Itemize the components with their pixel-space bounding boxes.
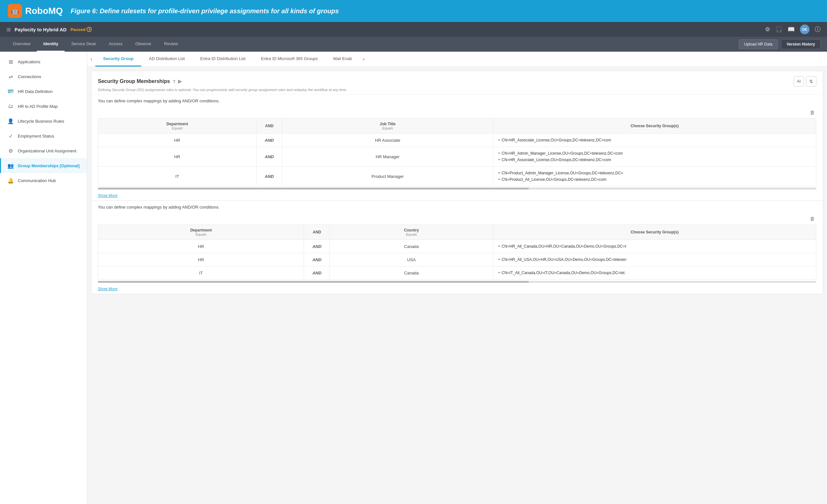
table-row: HR AND Canada • CN=HR_All_Canada,OU=HR,O… [98,240,816,253]
tab-entra-id-distribution-list[interactable]: Entra ID Distribution List [193,52,253,66]
show-more-2-button[interactable]: Show More [98,287,117,291]
tab-review[interactable]: Review [158,37,185,52]
table-row: HR AND USA • CN=HR_All_USA,OU=HR,OU=USA,… [98,253,816,266]
cell-dept: IT [98,166,256,186]
show-more-1-button[interactable]: Show More [98,193,117,198]
upload-hr-data-button[interactable]: Upload HR Data [739,39,778,49]
book-icon[interactable]: 📖 [788,26,795,33]
group-entry: • CN=Product_Admin_Manager_License,OU=Gr… [498,170,811,176]
sidebar-item-employment-status[interactable]: ✓ Employment Status [0,129,87,143]
col-security-group-header: Choose Security Group(s) [493,118,816,134]
ruleset2-desc: You can define complex mappings by addin… [91,201,823,213]
panel-title: Security Group Memberships ? ▶ [98,79,182,84]
user-avatar[interactable]: DE [800,24,810,34]
cell-and: AND [304,253,330,266]
table-row: IT AND Canada • CN=IT_All_Canada,OU=IT,O… [98,266,816,280]
tab-next-button[interactable]: › [359,52,368,66]
header-right: ⚙ 🎧 📖 DE ⓘ [765,24,821,34]
cell-country: USA [330,253,493,266]
tab-overview[interactable]: Overview [6,37,37,52]
hr-data-icon: 🪪 [7,88,14,95]
version-history-button[interactable]: Version History [781,39,821,49]
sidebar-item-label: Connections [18,74,41,79]
tab-observe[interactable]: Observe [129,37,158,52]
cell-jobtitle: HR Manager [282,147,493,166]
group-entry: • CN=HR_All_Canada,OU=HR,OU=Canada,OU=De… [498,243,811,250]
tab-identity[interactable]: Identity [37,37,64,52]
bullet: • [498,151,500,156]
logo-text: RoboMQ [25,6,63,16]
cell-and: AND [256,134,282,147]
content-tab-strip: ‹ Security Group AD Distribution List En… [87,52,827,67]
header-bar: ⊞ Paylocity to Hybrid AD Paused ⏸ ⚙ 🎧 📖 … [0,22,827,37]
ruleset1-table-wrapper: Department Equals AND Job Title Equals C… [91,118,823,186]
header-app-icon: ⊞ [6,27,11,33]
scrollbar-thumb [98,281,529,283]
play-icon[interactable]: ▶ [178,79,182,84]
sort-action-button[interactable]: ⇅ [806,76,816,87]
cell-and: AND [304,240,330,253]
settings-icon[interactable]: ⚙ [765,26,770,33]
communication-hub-icon: 🔔 [7,177,14,184]
cell-country: Canada [330,266,493,280]
panel-actions: AI ⇅ [794,76,816,87]
employment-icon: ✓ [7,133,14,139]
sidebar-item-connections[interactable]: ⇌ Connections [0,69,87,84]
connections-icon: ⇌ [7,73,14,80]
ruleset1-delete-button[interactable]: 🗑 [809,108,816,117]
cell-dept: HR [98,147,256,166]
sidebar-item-group-memberships[interactable]: 👥 Group Memberships [Optional] [0,158,87,173]
sidebar-item-applications[interactable]: ⊞ Applications [0,54,87,69]
tab-security-group[interactable]: Security Group [95,52,141,66]
group-name: CN=IT_All_Canada,OU=IT,OU=Canada,OU=Demo… [502,270,626,275]
tab-access[interactable]: Access [102,37,129,52]
headset-icon[interactable]: 🎧 [775,26,782,33]
tab-prev-button[interactable]: ‹ [87,52,95,66]
group-entry: • CN=Product_All_License,OU=Groups,DC=te… [498,176,811,183]
bullet: • [498,244,500,249]
tab-ad-distribution-list[interactable]: AD Distribution List [141,52,193,66]
info-icon[interactable]: ⓘ [815,26,821,33]
cell-groups: • CN=HR_All_Canada,OU=HR,OU=Canada,OU=De… [493,240,816,253]
tab-mail-enabled[interactable]: Mail Enab [326,52,360,66]
hr-ad-icon: 🗂 [7,103,14,109]
col2-and-header: AND [304,225,330,240]
logo-icon: 🤖 [8,4,22,18]
security-group-panel: Security Group Memberships ? ▶ AI ⇅ Defi… [91,71,823,294]
horizontal-scrollbar-2[interactable] [98,281,816,283]
tab-entra-id-m365-groups[interactable]: Entra ID Microsoft 365 Groups [253,52,326,66]
paused-badge: Paused ⏸ [70,27,92,32]
help-icon[interactable]: ? [173,79,176,84]
group-memberships-icon: 👥 [7,162,14,169]
ruleset2-table: Department Equals AND Country Equals Cho… [98,224,816,280]
sidebar-item-org-unit-assignment[interactable]: ⚙ Organizational Unit Assignment [0,143,87,158]
header-left: ⊞ Paylocity to Hybrid AD Paused ⏸ [6,27,92,33]
ai-icon: AI [797,79,800,84]
logo: 🤖 RoboMQ [8,4,63,18]
bullet: • [498,270,500,275]
tab-service-desk[interactable]: Service Desk [64,37,102,52]
panel-title-row: Security Group Memberships ? ▶ AI ⇅ [98,76,816,87]
group-entry: • CN=HR_Associate_License,OU=Groups,DC=t… [498,157,811,163]
ruleset-block-1: You can define complex mappings by addin… [91,95,823,201]
group-entry: • CN=HR_Associate_License,OU=Groups,DC=t… [498,137,811,143]
sidebar-item-lifecycle-business-rules[interactable]: 👤 Lifecycle Business Rules [0,114,87,129]
cell-groups: • CN=HR_Associate_License,OU=Groups,DC=t… [493,134,816,147]
applications-icon: ⊞ [7,58,14,65]
sidebar-item-label: Organizational Unit Assignment [18,149,76,153]
cell-groups: • CN=HR_All_USA,OU=HR,OU=USA,OU=Demo,OU=… [493,253,816,266]
group-name: CN=HR_All_USA,OU=HR,OU=USA,OU=Demo,OU=Gr… [502,257,626,262]
ruleset1-table: Department Equals AND Job Title Equals C… [98,118,816,186]
ai-action-button[interactable]: AI [794,76,804,87]
banner-title: Figure 6: Define rulesets for profile-dr… [71,7,339,15]
table-row: IT AND Product Manager • CN=Product_Admi… [98,166,816,186]
ruleset1-desc: You can define complex mappings by addin… [91,95,823,107]
sidebar-item-communication-hub[interactable]: 🔔 Communication Hub [0,173,87,188]
sidebar-item-hr-data-definition[interactable]: 🪪 HR Data Definition [0,84,87,99]
cell-dept: IT [98,266,304,280]
nav-bar: Overview Identity Service Desk Access Ob… [0,37,827,52]
horizontal-scrollbar-1[interactable] [98,188,816,190]
ruleset2-delete-button[interactable]: 🗑 [809,215,816,223]
sidebar-item-hr-ad-profile-map[interactable]: 🗂 HR to AD Profile Map [0,99,87,114]
group-name: CN=Product_Admin_Manager_License,OU=Grou… [502,171,623,175]
